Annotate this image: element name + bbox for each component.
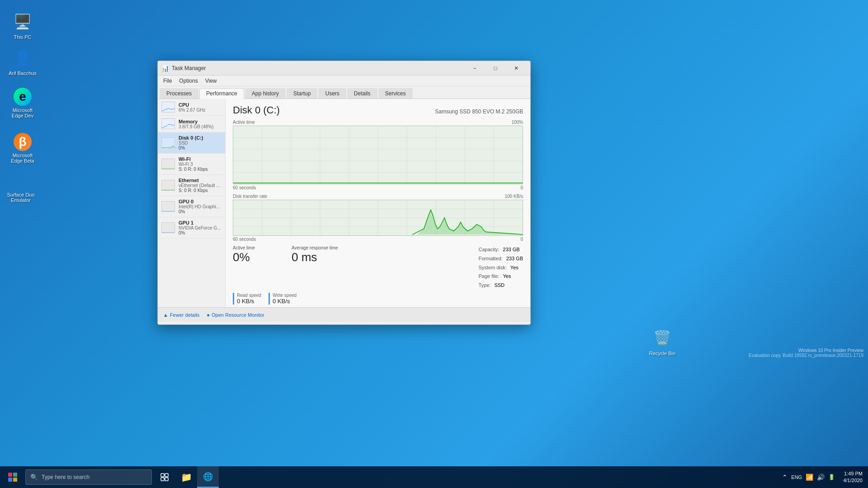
formatted-row: Formatted: 233 GB bbox=[479, 254, 524, 263]
page-file-row: Page file: Yes bbox=[479, 272, 524, 281]
build-info-line2: Evaluation copy. Build 19592.rs_prerelea… bbox=[749, 353, 863, 358]
panel-header: Disk 0 (C:) Samsung SSD 850 EVO M.2 250G… bbox=[233, 104, 523, 116]
file-explorer-button[interactable]: 📁 bbox=[175, 466, 197, 488]
wifi-info: Wi-Fi Wi-Fi 3 S: 0 R: 0 Kbps bbox=[179, 156, 222, 172]
sidebar-item-wifi[interactable]: Wi-Fi Wi-Fi 3 S: 0 R: 0 Kbps bbox=[158, 154, 225, 175]
active-time-pct: 100% bbox=[511, 120, 523, 125]
write-speed-value: 0 KB/s bbox=[273, 298, 297, 305]
panel-subtitle: Samsung SSD 850 EVO M.2 250GB bbox=[435, 108, 523, 115]
gpu0-val: 0% bbox=[179, 209, 222, 214]
disk-transfer-chart-header: Disk transfer rate 100 KB/s bbox=[233, 194, 523, 199]
read-speed-label: Read speed bbox=[237, 293, 261, 298]
edge-dev-icon: e bbox=[14, 88, 32, 106]
start-button[interactable] bbox=[2, 466, 24, 488]
gpu0-sub: Intel(R) HD Graphi... bbox=[179, 204, 222, 209]
taskbar-search[interactable]: 🔍 Type here to search bbox=[25, 469, 152, 485]
menu-view[interactable]: View bbox=[202, 76, 221, 85]
ethernet-sub: vEthernet (Default ... bbox=[179, 183, 222, 188]
active-time-stat: Active time 0% bbox=[233, 245, 283, 264]
gpu0-info: GPU 0 Intel(R) HD Graphi... 0% bbox=[179, 199, 222, 214]
svg-rect-9 bbox=[162, 223, 175, 233]
svg-rect-44 bbox=[165, 478, 168, 481]
cpu-thumb bbox=[161, 102, 175, 113]
svg-rect-38 bbox=[13, 473, 17, 477]
search-icon: 🔍 bbox=[30, 474, 38, 481]
open-resource-monitor-link[interactable]: ● Open Resource Monitor bbox=[207, 312, 264, 318]
disk-transfer-chart-labels: 60 seconds 0 bbox=[233, 237, 523, 242]
sidebar-item-memory[interactable]: Memory 3.8/7.9 GB (48%) bbox=[158, 116, 225, 132]
language-indicator[interactable]: ENG bbox=[790, 474, 803, 480]
desktop-icon-edge-beta[interactable]: β Microsoft Edge Beta bbox=[5, 131, 41, 165]
cpu-name: CPU bbox=[179, 102, 222, 108]
svg-rect-43 bbox=[161, 478, 164, 481]
close-button[interactable]: ✕ bbox=[506, 61, 527, 75]
build-info-line1: Windows 10 Pro Insider Preview bbox=[749, 348, 863, 353]
wifi-sub: Wi-Fi 3 bbox=[179, 162, 222, 167]
gpu0-thumb bbox=[161, 201, 175, 212]
wifi-thumb bbox=[161, 159, 175, 169]
surface-duo-label: Surface Duo Emulator bbox=[5, 192, 37, 203]
battery-icon[interactable]: 🔋 bbox=[827, 474, 836, 480]
network-icon[interactable]: 📶 bbox=[805, 474, 814, 481]
wifi-name: Wi-Fi bbox=[179, 156, 222, 162]
speed-block: Read speed 0 KB/s Write speed 0 KB/s bbox=[233, 293, 523, 305]
open-resource-monitor-label: Open Resource Monitor bbox=[212, 312, 264, 318]
disk0-thumb bbox=[161, 137, 175, 148]
recycle-bin-label: Recycle Bin bbox=[649, 351, 675, 356]
sidebar-item-cpu[interactable]: CPU 6% 2.67 GHz bbox=[158, 99, 225, 116]
svg-rect-41 bbox=[161, 474, 164, 477]
search-placeholder: Type here to search bbox=[42, 474, 90, 480]
right-panel: Disk 0 (C:) Samsung SSD 850 EVO M.2 250G… bbox=[226, 99, 530, 307]
svg-rect-42 bbox=[165, 474, 168, 477]
sidebar-item-disk0[interactable]: Disk 0 (C:) SSD 0% bbox=[158, 132, 225, 154]
menu-options[interactable]: Options bbox=[175, 76, 201, 85]
task-manager-window: 📊 Task Manager − □ ✕ File Options View P… bbox=[157, 61, 531, 325]
svg-rect-39 bbox=[8, 478, 12, 482]
capacity-value: 233 GB bbox=[503, 245, 519, 254]
svg-rect-7 bbox=[162, 202, 175, 212]
task-manager-icon: 📊 bbox=[161, 65, 169, 72]
desktop-icon-surface-duo[interactable]: Surface Duo Emulator bbox=[3, 174, 39, 205]
show-hidden-icons[interactable]: ⌃ bbox=[781, 474, 788, 481]
chevron-up-icon: ▲ bbox=[163, 312, 168, 318]
desktop-icon-edge-dev[interactable]: e Microsoft Edge Dev bbox=[5, 86, 41, 120]
svg-rect-3 bbox=[162, 159, 175, 169]
task-view-button[interactable] bbox=[154, 466, 175, 488]
minimize-button[interactable]: − bbox=[464, 61, 485, 75]
maximize-button[interactable]: □ bbox=[485, 61, 506, 75]
write-speed-label: Write speed bbox=[273, 293, 297, 298]
tab-services[interactable]: Services bbox=[378, 88, 413, 99]
sidebar: CPU 6% 2.67 GHz Memory 3.8/7.9 GB (48%) bbox=[158, 99, 226, 307]
edge-taskbar-button[interactable]: 🌐 bbox=[197, 466, 219, 488]
clock-time: 1:49 PM bbox=[843, 470, 863, 477]
disk0-sub: SSD bbox=[179, 141, 222, 145]
tab-startup[interactable]: Startup bbox=[287, 88, 318, 99]
tab-performance[interactable]: Performance bbox=[199, 88, 244, 99]
tab-app-history[interactable]: App history bbox=[245, 88, 286, 99]
active-time-chart-seconds: 60 seconds bbox=[233, 185, 256, 190]
system-disk-label: System disk: bbox=[479, 263, 507, 272]
disk-transfer-pct: 100 KB/s bbox=[505, 194, 523, 199]
tab-users[interactable]: Users bbox=[318, 88, 346, 99]
tab-details[interactable]: Details bbox=[347, 88, 377, 99]
svg-rect-2 bbox=[162, 138, 175, 148]
system-clock[interactable]: 1:49 PM 4/1/2020 bbox=[840, 470, 866, 484]
menu-file[interactable]: File bbox=[160, 76, 175, 85]
tab-processes[interactable]: Processes bbox=[160, 88, 198, 99]
disk0-info: Disk 0 (C:) SSD 0% bbox=[179, 135, 222, 150]
type-label: Type: bbox=[479, 281, 491, 290]
volume-icon[interactable]: 🔊 bbox=[816, 474, 826, 481]
page-file-label: Page file: bbox=[479, 272, 500, 281]
fewer-details-link[interactable]: ▲ Fewer details bbox=[163, 312, 199, 318]
desktop-icon-arif-bacchus[interactable]: 👤 Arif Bacchus bbox=[5, 45, 41, 78]
tab-bar: Processes Performance App history Startu… bbox=[158, 86, 530, 99]
desktop-icon-recycle-bin[interactable]: 🗑️ Recycle Bin bbox=[644, 325, 680, 358]
desktop-icon-this-pc[interactable]: 🖥️ This PC bbox=[5, 9, 41, 42]
svg-rect-5 bbox=[162, 180, 175, 191]
sidebar-item-gpu0[interactable]: GPU 0 Intel(R) HD Graphi... 0% bbox=[158, 196, 225, 217]
ethernet-val: S: 0 R: 0 Kbps bbox=[179, 188, 222, 193]
sidebar-item-gpu1[interactable]: GPU 1 NVIDIA GeForce G... 0% bbox=[158, 217, 225, 239]
ethernet-name: Ethernet bbox=[179, 178, 222, 183]
cpu-info: CPU 6% 2.67 GHz bbox=[179, 102, 222, 113]
sidebar-item-ethernet[interactable]: Ethernet vEthernet (Default ... S: 0 R: … bbox=[158, 175, 225, 196]
